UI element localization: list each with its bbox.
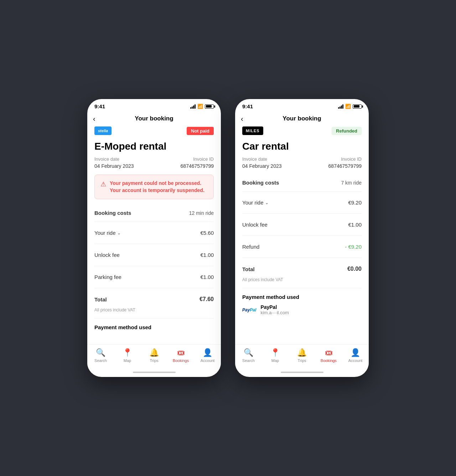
your-ride-row-1: Your ride ⌄ €5.60 xyxy=(94,226,214,240)
invoice-row-values-2: 04 February 2023 687467579799 xyxy=(242,163,362,169)
parking-fee-value-1: €1.00 xyxy=(200,274,214,280)
divider-1d xyxy=(94,288,214,288)
bottom-nav-2: 🔍 Search 📍 Map 🔔 Trips 🎟 Bookings 👤 Acco… xyxy=(235,344,369,370)
phone-1: 9:41 📶 ‹ Your booking stella Not paid xyxy=(87,99,221,377)
brand-logo-2: MILES xyxy=(242,126,263,135)
booking-header-2: MILES Refunded xyxy=(242,126,362,135)
divider-1c xyxy=(94,266,214,266)
payment-method-row-2: PayPal PayPal kim.a····il.com xyxy=(242,304,362,315)
status-badge-2: Refunded xyxy=(332,127,362,135)
nav-account-2[interactable]: 👤 Account xyxy=(345,348,366,363)
status-icons-1: 📶 xyxy=(190,104,214,109)
battery-icon-2 xyxy=(353,104,362,109)
status-bar-1: 9:41 📶 xyxy=(87,99,221,112)
nav-account-1[interactable]: 👤 Account xyxy=(197,348,218,363)
invoice-date-label-2: Invoice date xyxy=(242,156,267,162)
parking-fee-row-1: Parking fee €1.00 xyxy=(94,270,214,284)
nav-search-2[interactable]: 🔍 Search xyxy=(238,348,259,363)
chevron-down-icon-1[interactable]: ⌄ xyxy=(117,231,121,236)
unlock-fee-row-2: Unlock fee €1.00 xyxy=(242,217,362,232)
trips-icon-1: 🔔 xyxy=(149,348,159,357)
status-badge-1: Not paid xyxy=(187,127,214,135)
phone-2: 9:41 📶 ‹ Your booking MILES Refunded xyxy=(235,99,369,377)
status-time-1: 9:41 xyxy=(94,103,105,109)
payment-name-2: PayPal xyxy=(260,304,289,310)
wifi-icon-2: 📶 xyxy=(345,104,351,109)
paypal-logo-2: PayPal xyxy=(242,307,256,312)
bookings-label-1: Bookings xyxy=(173,358,189,363)
error-banner-1: ⚠ Your payment could not be processed. Y… xyxy=(94,175,214,199)
chevron-down-icon-2[interactable]: ⌄ xyxy=(265,200,269,205)
divider-1b xyxy=(94,244,214,244)
home-indicator-2 xyxy=(235,370,369,377)
invoice-date-label-1: Invoice date xyxy=(94,156,119,162)
your-ride-value-2: €9.20 xyxy=(348,200,362,206)
trips-label-2: Trips xyxy=(297,358,306,363)
account-label-2: Account xyxy=(348,358,363,363)
total-label-1: Total xyxy=(94,296,107,302)
nav-bookings-2[interactable]: 🎟 Bookings xyxy=(318,348,340,363)
search-icon-1: 🔍 xyxy=(96,348,105,357)
unlock-fee-label-2: Unlock fee xyxy=(242,222,268,228)
divider-2c xyxy=(242,236,362,236)
booking-costs-ride-1: 12 min ride xyxy=(189,210,214,216)
total-row-2: Total €0.00 xyxy=(242,262,362,276)
total-label-2: Total xyxy=(242,266,255,272)
payment-method-title-1: Payment method used xyxy=(94,324,214,330)
unlock-fee-value-2: €1.00 xyxy=(348,222,362,228)
booking-costs-ride-2: 7 km ride xyxy=(341,180,362,186)
bookings-icon-2: 🎟 xyxy=(325,348,333,357)
signal-icon-1 xyxy=(190,104,196,109)
bookings-icon-1: 🎟 xyxy=(177,348,185,357)
parking-fee-label-1: Parking fee xyxy=(94,274,121,280)
booking-costs-label-2: Booking costs xyxy=(242,180,279,186)
unlock-fee-value-1: €1.00 xyxy=(200,252,214,258)
total-value-1: €7.60 xyxy=(200,296,214,302)
payment-section-2: Payment method used PayPal PayPal kim.a·… xyxy=(242,288,362,315)
booking-title-2: Car rental xyxy=(242,141,362,152)
your-ride-label-row-1: Your ride ⌄ xyxy=(94,230,121,236)
map-icon-2: 📍 xyxy=(270,348,280,357)
content-1: stella Not paid E-Moped rental Invoice d… xyxy=(87,126,221,344)
trips-label-1: Trips xyxy=(150,358,158,363)
nav-header-2: ‹ Your booking xyxy=(235,112,369,126)
invoice-date-value-1: 04 February 2023 xyxy=(94,163,134,169)
divider-2a xyxy=(242,191,362,192)
total-value-2: €0.00 xyxy=(347,266,362,272)
refund-label-2: Refund xyxy=(242,244,259,250)
nav-search-1[interactable]: 🔍 Search xyxy=(90,348,112,363)
page-title-1: Your booking xyxy=(135,115,173,122)
account-icon-1: 👤 xyxy=(203,348,212,357)
booking-title-1: E-Moped rental xyxy=(94,141,214,152)
your-ride-row-2: Your ride ⌄ €9.20 xyxy=(242,195,362,210)
account-label-1: Account xyxy=(201,358,215,363)
your-ride-label-1: Your ride xyxy=(94,230,116,236)
divider-1a xyxy=(94,222,214,222)
your-ride-label-row-2: Your ride ⌄ xyxy=(242,200,269,206)
bottom-nav-1: 🔍 Search 📍 Map 🔔 Trips 🎟 Bookings 👤 Acco… xyxy=(87,344,221,370)
account-icon-2: 👤 xyxy=(351,348,360,357)
invoice-id-value-1: 687467579799 xyxy=(181,163,214,169)
error-line-2: Your account is temporarily suspended. xyxy=(110,187,204,194)
home-indicator-1 xyxy=(87,370,221,377)
nav-map-1[interactable]: 📍 Map xyxy=(117,348,138,363)
invoice-id-label-2: Invoice ID xyxy=(341,156,362,162)
invoice-id-label-1: Invoice ID xyxy=(193,156,214,162)
signal-icon-2 xyxy=(338,104,343,109)
content-2: MILES Refunded Car rental Invoice date I… xyxy=(235,126,369,344)
nav-trips-2[interactable]: 🔔 Trips xyxy=(291,348,313,363)
map-icon-1: 📍 xyxy=(123,348,132,357)
booking-costs-header-1: Booking costs 12 min ride xyxy=(94,205,214,218)
nav-bookings-1[interactable]: 🎟 Bookings xyxy=(170,348,192,363)
unlock-fee-label-1: Unlock fee xyxy=(94,252,120,258)
nav-map-2[interactable]: 📍 Map xyxy=(265,348,286,363)
nav-trips-1[interactable]: 🔔 Trips xyxy=(144,348,165,363)
battery-icon-1 xyxy=(205,104,214,109)
error-line-1: Your payment could not be processed. xyxy=(110,180,204,187)
back-button-1[interactable]: ‹ xyxy=(93,115,95,123)
back-button-2[interactable]: ‹ xyxy=(241,115,243,123)
vat-note-1: All prices include VAT xyxy=(94,307,214,312)
status-time-2: 9:41 xyxy=(242,103,253,109)
refund-value-2: - €9.20 xyxy=(345,244,362,250)
invoice-row-values-1: 04 February 2023 687467579799 xyxy=(94,163,214,169)
